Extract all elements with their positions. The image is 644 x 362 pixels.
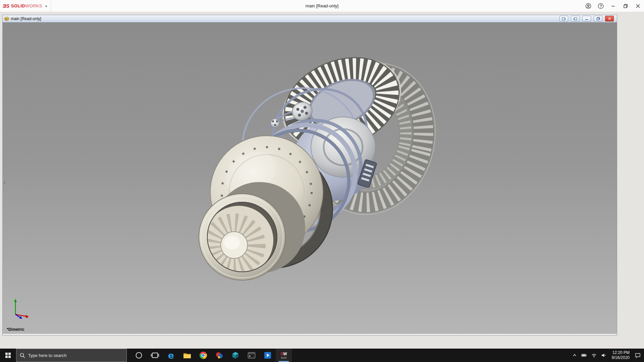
task-view-button[interactable] <box>147 349 163 362</box>
collapsed-left-pane-tab[interactable]: ‹ <box>3 178 6 187</box>
doc-tile-button-2[interactable] <box>571 16 580 21</box>
help-icon <box>598 3 604 9</box>
solidworks-version-badge: 2020 <box>281 357 287 359</box>
terminal-app-icon <box>248 352 256 359</box>
hidden-icons-button[interactable] <box>571 349 578 362</box>
media-app-button[interactable] <box>260 349 276 362</box>
search-input[interactable] <box>28 353 123 358</box>
action-center-icon <box>635 353 641 358</box>
edge-button[interactable]: e <box>163 349 179 362</box>
document-titlebar[interactable]: main [Read-only] <box>3 15 617 22</box>
intake-bell[interactable] <box>199 194 285 280</box>
media-app-icon <box>264 351 272 359</box>
screen: ƎS SOLIDWORKS ▸ main [Read-only] <box>0 0 644 362</box>
battery-button[interactable] <box>581 349 588 362</box>
file-explorer-icon <box>183 352 191 359</box>
restore-icon <box>624 4 628 8</box>
file-explorer-button[interactable] <box>179 349 195 362</box>
window-tile-icon <box>573 17 577 20</box>
app-window-title: main [Read-only] <box>101 3 543 8</box>
doc-restore-icon <box>596 17 600 20</box>
close-button[interactable] <box>632 0 644 12</box>
speaker-icon <box>601 353 606 358</box>
cube-app-button[interactable] <box>227 349 244 362</box>
account-icon <box>585 3 591 9</box>
help-button[interactable] <box>594 0 607 12</box>
document-window-buttons <box>559 16 615 21</box>
volume-button[interactable] <box>600 349 607 362</box>
document-title: main [Read-only] <box>11 16 41 21</box>
cortana-icon <box>135 352 143 359</box>
start-button[interactable] <box>0 349 16 362</box>
minimize-button[interactable] <box>607 0 619 12</box>
window-tile-icon <box>562 17 566 20</box>
doc-tile-button-1[interactable] <box>559 16 568 21</box>
menu-expand-arrow-icon[interactable]: ▸ <box>46 4 47 8</box>
cube-app-icon <box>231 351 239 359</box>
chrome-button[interactable] <box>195 349 211 362</box>
network-button[interactable] <box>590 349 598 362</box>
cortana-button[interactable] <box>131 349 147 362</box>
action-center-button[interactable] <box>634 349 641 362</box>
brand-text-works: WORKS <box>25 3 42 8</box>
titlebar-actions <box>582 0 644 12</box>
doc-close-icon <box>608 17 611 20</box>
tray-time: 12:20 PM <box>612 350 630 355</box>
account-button[interactable] <box>582 0 594 12</box>
taskbar-search[interactable] <box>16 349 127 362</box>
doc-restore-button[interactable] <box>594 16 602 21</box>
jet-engine-model[interactable] <box>3 22 617 334</box>
app-titlebar: ƎS SOLIDWORKS ▸ main [Read-only] <box>0 0 644 12</box>
colored-app-icon <box>215 351 223 359</box>
search-icon <box>20 353 25 358</box>
restore-button[interactable] <box>619 0 632 12</box>
solidworks-logo-icon: ƎS <box>3 3 9 9</box>
taskbar: e <box>0 349 644 362</box>
edge-icon: e <box>168 351 174 360</box>
solidworks-logo[interactable]: ƎS SOLIDWORKS ▸ <box>0 0 51 12</box>
document-window: main [Read-only] <box>2 15 617 336</box>
tray-clock[interactable]: 12:20 PM 9/16/2020 <box>610 350 632 360</box>
doc-minimize-icon <box>585 17 588 20</box>
3d-viewport[interactable]: *Dimetric ‹ <box>3 22 617 334</box>
assembly-doc-icon <box>4 16 9 21</box>
task-view-icon <box>151 352 159 359</box>
brand-text-solid: SOLID <box>11 3 25 8</box>
solidworks-2020-button[interactable]: SW 2020 <box>276 349 292 362</box>
orientation-triad <box>11 298 30 319</box>
doc-minimize-button[interactable] <box>582 16 591 21</box>
colored-app-button[interactable] <box>211 349 227 362</box>
terminal-app-button[interactable] <box>244 349 260 362</box>
chrome-icon <box>199 351 207 359</box>
windows-logo-icon <box>5 353 11 358</box>
chevron-up-icon <box>572 353 577 358</box>
system-tray: 12:20 PM 9/16/2020 <box>571 349 644 362</box>
solidworks-2020-icon: SW 2020 <box>280 352 287 359</box>
taskbar-app-icons: e <box>131 349 292 362</box>
close-icon <box>636 4 640 8</box>
view-orientation-label: *Dimetric <box>7 327 24 332</box>
small-fitting[interactable] <box>271 119 279 127</box>
doc-close-button[interactable] <box>605 16 614 21</box>
tray-date: 9/16/2020 <box>612 355 630 360</box>
minimize-icon <box>611 4 615 8</box>
wifi-icon <box>591 353 597 358</box>
battery-icon <box>581 353 587 358</box>
